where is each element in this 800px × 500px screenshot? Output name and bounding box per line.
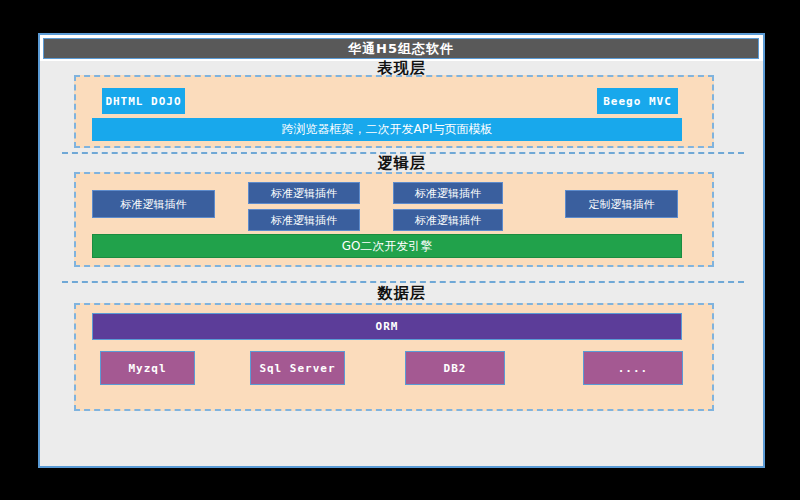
standard-plugin-box-2: 标准逻辑插件 bbox=[393, 182, 503, 204]
db2-box: DB2 bbox=[405, 351, 505, 385]
more-databases-box: .... bbox=[583, 351, 683, 385]
custom-plugin-box: 定制逻辑插件 bbox=[565, 190, 678, 218]
window-title: 华通H5组态软件 bbox=[348, 40, 454, 58]
presentation-layer-box: DHTML DOJO Beego MVC 跨浏览器框架，二次开发API与页面模板 bbox=[74, 75, 714, 148]
logic-layer-box: 标准逻辑插件 标准逻辑插件 标准逻辑插件 标准逻辑插件 标准逻辑插件 定制逻辑插… bbox=[74, 172, 714, 267]
standard-plugin-box-4: 标准逻辑插件 bbox=[393, 209, 503, 231]
browser-framework-bar: 跨浏览器框架，二次开发API与页面模板 bbox=[92, 118, 682, 141]
standard-plugin-box-1: 标准逻辑插件 bbox=[248, 182, 360, 204]
data-layer-box: ORM Myzql Sql Server DB2 .... bbox=[74, 303, 714, 411]
standard-plugin-box-3: 标准逻辑插件 bbox=[248, 209, 360, 231]
logic-layer-label: 逻辑层 bbox=[40, 154, 763, 173]
sqlserver-box: Sql Server bbox=[250, 351, 345, 385]
diagram-frame: 华通H5组态软件 表现层 DHTML DOJO Beego MVC 跨浏览器框架… bbox=[38, 33, 765, 468]
orm-bar: ORM bbox=[92, 313, 682, 340]
standard-plugin-box-left: 标准逻辑插件 bbox=[92, 190, 215, 218]
window-title-bar: 华通H5组态软件 bbox=[43, 38, 759, 59]
beego-mvc-box: Beego MVC bbox=[597, 88, 678, 114]
go-engine-bar: GO二次开发引擎 bbox=[92, 234, 682, 258]
data-layer-label: 数据层 bbox=[40, 284, 763, 303]
mysql-box: Myzql bbox=[100, 351, 195, 385]
layer-separator-line-2 bbox=[62, 281, 744, 283]
dhtml-dojo-box: DHTML DOJO bbox=[102, 88, 185, 114]
